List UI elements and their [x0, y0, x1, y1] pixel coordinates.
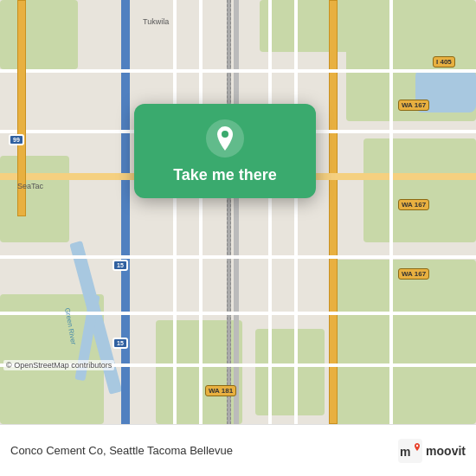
action-card: Take me there — [134, 104, 316, 198]
badge-15-1: 15 — [113, 260, 128, 271]
location-label: Conco Cement Co, Seattle Tacoma Bellevue — [10, 444, 233, 457]
road-v1 — [173, 0, 177, 424]
railroad-2 — [234, 0, 239, 424]
badge-wa167-3: WA 167 — [398, 268, 429, 280]
badge-wa181: WA 181 — [205, 385, 236, 396]
road-v5 — [389, 0, 393, 424]
badge-wa167-1: WA 167 — [398, 100, 429, 111]
map: 99 15 15 I 405 WA 167 WA 167 WA 167 WA 1… — [0, 0, 476, 424]
road-v3 — [268, 0, 272, 424]
label-seatac: SeaTac — [17, 182, 43, 190]
bottom-bar: Conco Cement Co, Seattle Tacoma Bellevue… — [0, 424, 476, 476]
svg-text:m: m — [400, 445, 410, 459]
svg-point-1 — [222, 131, 228, 138]
badge-15-2: 15 — [113, 338, 128, 349]
moovit-text: moovit — [426, 444, 466, 458]
park-area — [0, 156, 69, 242]
moovit-logo-icon: m — [398, 439, 422, 463]
railroad — [227, 0, 231, 424]
moovit-logo: m moovit — [398, 439, 466, 463]
svg-point-4 — [416, 444, 418, 446]
badge-wa167-2: WA 167 — [398, 199, 429, 210]
badge-405: I 405 — [433, 56, 455, 68]
road-h3 — [0, 255, 476, 259]
wa167-road — [329, 0, 338, 424]
park-area — [255, 329, 325, 415]
park-area — [363, 138, 476, 242]
road-v2 — [199, 0, 203, 424]
osm-attribution: © OpenStreetMap contributors — [3, 360, 114, 370]
road-h1 — [0, 69, 476, 73]
badge-99: 99 — [9, 134, 24, 145]
take-me-there-button[interactable]: Take me there — [173, 166, 277, 184]
location-pin-icon — [206, 119, 244, 158]
road-v4 — [294, 0, 298, 424]
park-area — [329, 260, 476, 424]
label-tukwila: Tukwila — [143, 17, 169, 26]
interstate-5-road — [121, 0, 130, 424]
park-area — [0, 0, 78, 69]
